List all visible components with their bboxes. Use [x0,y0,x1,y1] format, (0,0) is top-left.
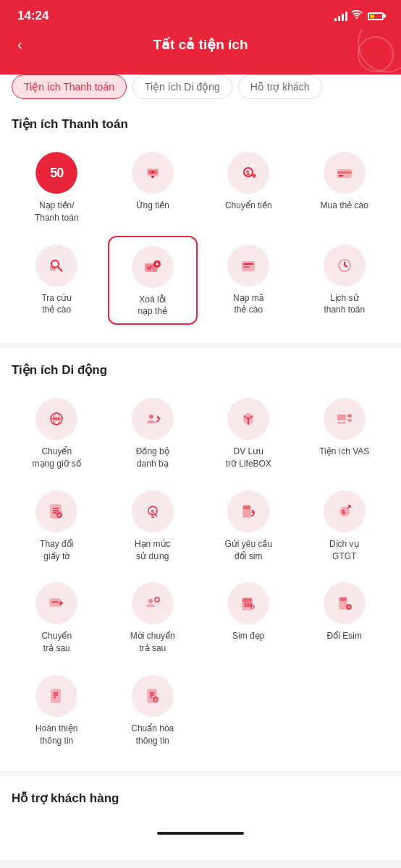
svg-rect-23 [243,263,253,265]
svg-point-61 [140,590,166,616]
svg-text:$: $ [151,509,154,515]
vas-icon [324,398,366,440]
section-title-di-dong: Tiện ích Di động [12,362,389,378]
chuan-hoa-item[interactable]: Chuẩn hóathông tin [108,666,198,753]
chuyen-tien-item[interactable]: $ Chuyển tiền [203,143,294,230]
svg-rect-75 [339,597,347,601]
hoan-thien-icon [35,675,77,717]
chuyen-tien-icon: $ [227,152,269,194]
header-decoration [314,29,401,87]
status-icons [334,10,384,22]
tab-thanh-toan[interactable]: Tiện ích Thanh toán [12,75,127,99]
doi-sim-icon [227,490,269,532]
esim-icon [324,582,366,624]
giay-to-label: Thay đổigiấy tờ [40,538,73,563]
home-indicator [157,832,244,835]
svg-rect-78 [51,689,60,702]
doi-sim-label: Gửi yêu cầuđổi sim [224,538,272,563]
svg-point-33 [140,406,166,432]
main-content: Tiện ích Thanh toán Tiện ích Di động Hỗ … [0,60,401,861]
nap-tien-label: Nạp tiền/Thanh toán [35,200,79,224]
svg-rect-9 [337,171,352,174]
header: ‹ Tất cả tiện ích [0,29,401,75]
han-muc-icon: $ [132,490,174,532]
vas-label: Tiện ích VAS [319,446,369,458]
sim-dep-item[interactable]: 888 Sim đẹp [203,574,294,660]
esim-label: Đổi Esim [327,630,362,642]
lich-su-item[interactable]: Lịch sửthanh toán [300,236,390,326]
giay-to-icon [35,490,77,532]
svg-rect-14 [50,266,56,271]
tab-ho-tro[interactable]: Hỗ trợ khách [238,75,322,99]
nap-ma-label: Nạp mãthẻ cào [233,292,263,317]
nap-ma-item[interactable]: Nạp mãthẻ cào [203,236,294,326]
svg-rect-54 [243,506,250,509]
status-bar: 14:24 [0,0,401,29]
lifebox-label: DV Lưutrữ LifeBOX [226,446,271,470]
moi-chuyen-item[interactable]: Mời chuyểntrả sau [108,574,198,660]
svg-point-11 [43,252,69,278]
battery-icon [368,12,384,20]
esim-item[interactable]: Đổi Esim [300,574,390,660]
svg-rect-40 [347,419,352,422]
tra-cuu-item[interactable]: Tra cứuthẻ cào [12,236,102,326]
lifebox-item[interactable]: DV Lưutrữ LifeBOX [203,389,294,476]
nap-tien-item[interactable]: 50 Nạp tiền/Thanh toán [12,143,102,230]
chuyen-mang-label: Chuyểnmạng giữ số [33,446,81,470]
svg-point-62 [148,599,153,603]
lich-su-label: Lịch sửthanh toán [324,292,365,317]
tab-di-dong[interactable]: Tiện ích Di động [132,75,232,99]
svg-rect-39 [347,414,352,417]
svg-rect-24 [243,266,250,268]
svg-rect-41 [337,422,346,424]
wifi-icon [352,10,363,22]
chuyen-tra-sau-icon [35,582,77,624]
hoan-thien-label: Hoàn thiệnthông tin [35,723,77,747]
dong-bo-item[interactable]: Đồng bộdanh bạ [108,389,198,476]
mua-the-cao-label: Mua thẻ cào [321,200,368,212]
di-dong-grid: Chuyểnmạng giữ số Đồng bộdanh bạ [12,389,389,752]
chuan-hoa-label: Chuẩn hóathông tin [131,723,174,747]
svg-rect-59 [50,599,60,606]
xoa-loi-icon [132,246,174,288]
giay-to-item[interactable]: Thay đổigiấy tờ [12,482,102,569]
ung-tien-icon [132,152,174,194]
nap-ma-icon [227,244,269,286]
svg-rect-38 [337,414,346,420]
tra-cuu-icon [35,244,77,286]
dong-bo-label: Đồng bộdanh bạ [136,446,169,470]
sim-dep-icon: 888 [227,582,269,624]
mua-the-cao-item[interactable]: Mua thẻ cào [300,143,390,230]
lich-su-icon [324,244,366,286]
svg-point-3 [151,171,154,174]
status-time: 14:24 [17,9,48,23]
section-title-ho-tro: Hỗ trợ khách hàng [12,791,389,806]
nap-tien-icon: 50 [35,152,77,194]
chuyen-tra-sau-item[interactable]: Chuyểntrả sau [12,574,102,660]
moi-chuyen-label: Mời chuyểntrả sau [130,630,175,655]
moi-chuyen-icon [132,582,174,624]
signal-icon [334,11,347,21]
mua-the-cao-icon [324,152,366,194]
hoan-thien-item[interactable]: Hoàn thiệnthông tin [12,666,102,753]
vas-item[interactable]: Tiện ích VAS [300,389,390,476]
doi-sim-item[interactable]: Gửi yêu cầuđổi sim [203,482,294,569]
xoa-loi-item[interactable]: Xoá lỗinạp thẻ [108,236,198,326]
ung-tien-item[interactable]: Ứng tiền [108,143,198,230]
svg-text:$: $ [342,509,345,516]
bottom-bar [12,820,389,846]
svg-point-34 [149,414,153,419]
back-button[interactable]: ‹ [14,33,25,56]
chuyen-mang-icon [35,398,77,440]
gtgt-icon: $ [324,490,366,532]
gtgt-item[interactable]: $ Dịch vụGTGT [300,482,390,569]
section-title-thanh-toan: Tiện ích Thanh toán [12,116,389,132]
tra-cuu-label: Tra cứuthẻ cào [41,292,72,317]
svg-rect-10 [339,175,343,176]
chuan-hoa-icon [132,675,174,717]
chuyen-mang-item[interactable]: Chuyểnmạng giữ số [12,389,102,476]
xoa-loi-label: Xoá lỗinạp thẻ [138,294,167,318]
svg-text:$: $ [246,169,250,176]
han-muc-item[interactable]: $ Hạn mứcsử dụng [108,482,198,569]
ung-tien-label: Ứng tiền [136,200,169,212]
